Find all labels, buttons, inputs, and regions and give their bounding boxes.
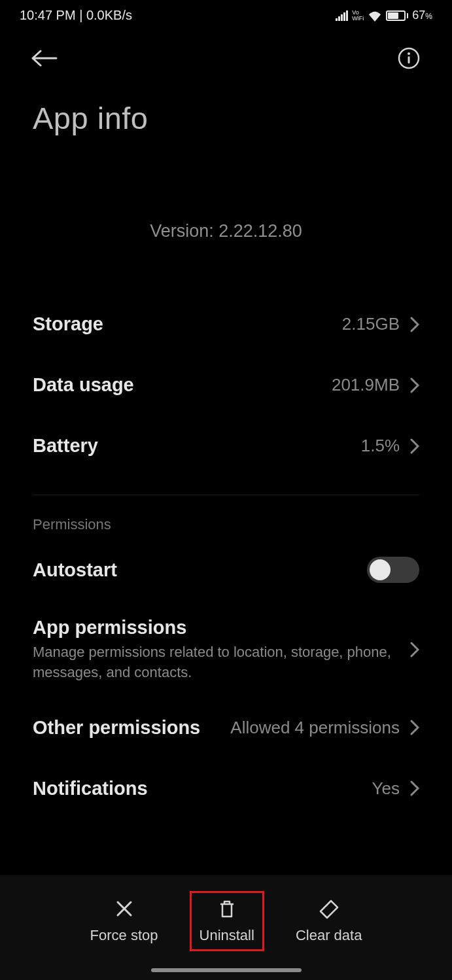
status-icons: Vo WiFi 67%: [336, 9, 432, 22]
divider: [33, 495, 419, 495]
app-version: Version: 2.22.12.80: [0, 221, 452, 241]
chevron-right-icon: [410, 317, 419, 332]
storage-label: Storage: [33, 313, 103, 335]
info-icon[interactable]: [397, 46, 421, 70]
data-usage-value: 201.9MB: [332, 375, 419, 395]
toggle-knob: [370, 559, 391, 580]
close-icon: [114, 898, 135, 919]
chevron-right-icon: [410, 780, 419, 796]
chevron-right-icon: [410, 720, 419, 735]
permissions-header: Permissions: [33, 507, 419, 537]
data-usage-row[interactable]: Data usage 201.9MB: [33, 355, 419, 415]
back-button[interactable]: [31, 48, 58, 68]
chevron-right-icon: [410, 642, 419, 657]
chevron-right-icon: [410, 377, 419, 393]
other-permissions-label: Other permissions: [33, 717, 200, 739]
eraser-icon: [318, 898, 340, 919]
data-usage-label: Data usage: [33, 374, 134, 396]
signal-icon: [336, 10, 348, 21]
app-permissions-sub: Manage permissions related to location, …: [33, 642, 397, 683]
storage-value: 2.15GB: [342, 314, 419, 334]
notifications-label: Notifications: [33, 778, 148, 799]
app-permissions-label: App permissions: [33, 617, 397, 639]
autostart-label: Autostart: [33, 559, 117, 581]
battery-label: Battery: [33, 435, 98, 457]
uninstall-label: Uninstall: [200, 927, 254, 944]
svg-rect-2: [408, 56, 410, 63]
gesture-bar[interactable]: [151, 968, 302, 972]
trash-icon: [217, 898, 237, 919]
autostart-row[interactable]: Autostart: [33, 537, 419, 603]
bottom-action-bar: Force stop Uninstall Clear data: [0, 875, 452, 980]
app-permissions-row[interactable]: App permissions Manage permissions relat…: [33, 603, 419, 697]
wifi-icon: [368, 10, 382, 22]
settings-list: Storage 2.15GB Data usage 201.9MB Batter…: [0, 268, 452, 819]
other-permissions-value: Allowed 4 permissions: [230, 718, 419, 738]
top-bar: [0, 28, 452, 79]
vowifi-icon: Vo WiFi: [352, 10, 364, 22]
battery-row[interactable]: Battery 1.5%: [33, 415, 419, 476]
notifications-row[interactable]: Notifications Yes: [33, 758, 419, 819]
notifications-value: Yes: [372, 779, 419, 799]
svg-point-1: [408, 52, 410, 55]
status-bar: 10:47 PM | 0.0KB/s Vo WiFi 67%: [0, 0, 452, 28]
force-stop-button[interactable]: Force stop: [82, 893, 166, 949]
app-header-section: Version: 2.22.12.80: [0, 143, 452, 268]
battery-icon: 67%: [386, 9, 432, 22]
other-permissions-row[interactable]: Other permissions Allowed 4 permissions: [33, 697, 419, 758]
uninstall-button[interactable]: Uninstall: [190, 891, 264, 951]
page-title: App info: [0, 79, 452, 143]
clear-data-label: Clear data: [296, 927, 362, 944]
clear-data-button[interactable]: Clear data: [288, 893, 370, 949]
force-stop-label: Force stop: [90, 927, 158, 944]
autostart-toggle[interactable]: [367, 557, 419, 583]
status-time-speed: 10:47 PM | 0.0KB/s: [20, 8, 132, 23]
storage-row[interactable]: Storage 2.15GB: [33, 294, 419, 355]
battery-value: 1.5%: [361, 436, 419, 456]
chevron-right-icon: [410, 438, 419, 454]
